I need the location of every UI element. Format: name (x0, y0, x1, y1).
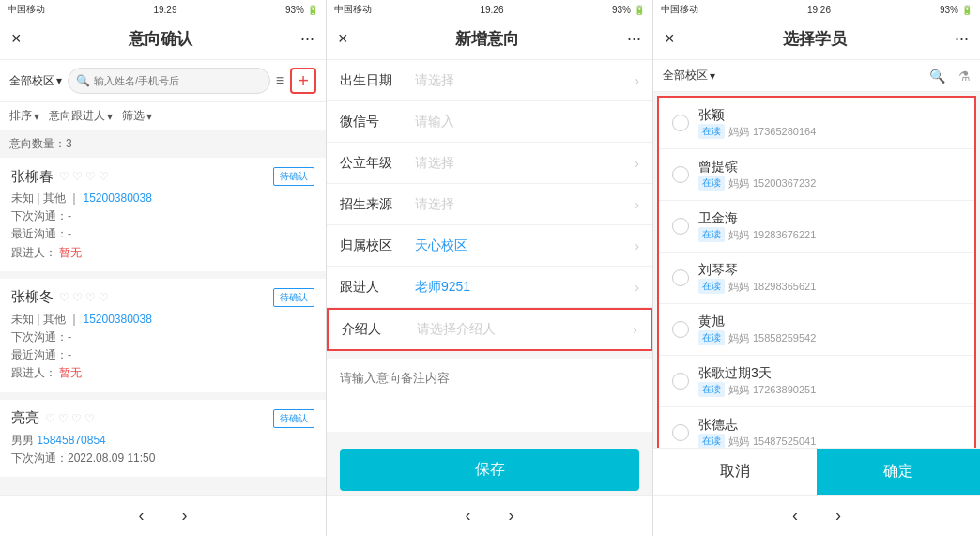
form-row-referrer[interactable]: 介绍人 请选择介绍人 › (327, 308, 652, 351)
battery-3: 93% 🔋 (940, 5, 972, 15)
status-bar-3: 中国移动 19:26 93% 🔋 (653, 0, 980, 19)
form-row-birthdate[interactable]: 出生日期 请选择 › (327, 60, 652, 101)
time-1: 19:29 (153, 5, 176, 15)
search-box-1[interactable]: 🔍 (68, 68, 270, 94)
chevron-down-icon-3: ▾ (710, 69, 715, 83)
student-card-2[interactable]: 卫金海 在读 妈妈 19283676221 (659, 201, 974, 253)
confirm-button[interactable]: 确定 (817, 449, 980, 495)
sort-button[interactable]: 排序 ▾ (9, 108, 39, 124)
chevron-icon-follower: › (635, 280, 639, 295)
bottom-nav-3: ‹ › (653, 495, 980, 536)
chevron-icon-campus: › (635, 238, 639, 253)
form-row-campus[interactable]: 归属校区 天心校区 › (327, 225, 652, 267)
contact-card-1: 张柳冬 ♡♡♡♡ 待确认 未知 | 其他 ｜ 15200380038 下次沟通：… (0, 279, 326, 392)
card-info-1: 未知 | 其他 ｜ 15200380038 (11, 311, 314, 329)
nav-title-3: 选择学员 (783, 28, 847, 50)
count-row: 意向数量：3 (0, 130, 326, 158)
battery-1: 93% 🔋 (285, 5, 318, 15)
back-arrow-2[interactable]: ‹ (466, 506, 471, 526)
cancel-button[interactable]: 取消 (653, 449, 817, 495)
contact-list: 张柳春 ♡♡♡♡ 待确认 未知 | 其他 ｜ 15200380038 下次沟通：… (0, 158, 326, 495)
radio-2[interactable] (672, 218, 689, 235)
back-arrow-1[interactable]: ‹ (139, 506, 145, 526)
battery-2: 93% 🔋 (612, 5, 645, 15)
follow-filter-button[interactable]: 意向跟进人 ▾ (49, 108, 113, 124)
screen-3: 中国移动 19:26 93% 🔋 × 选择学员 ··· 全部校区 ▾ 🔍 ⚗ (653, 0, 980, 536)
carrier-2: 中国移动 (334, 3, 372, 16)
nav-bar-2: × 新增意向 ··· (327, 19, 652, 60)
close-icon-2[interactable]: × (338, 29, 348, 49)
time-2: 19:26 (480, 5, 503, 15)
card-info-2: 男男 15845870854 (11, 432, 314, 450)
card-name-2: 亮亮 (11, 409, 39, 427)
radio-1[interactable] (672, 166, 689, 183)
hearts-1: ♡♡♡♡ (59, 291, 109, 304)
campus-select-1[interactable]: 全部校区 ▾ (9, 73, 62, 89)
radio-6[interactable] (672, 424, 689, 441)
card-info-0: 未知 | 其他 ｜ 15200380038 (11, 190, 314, 207)
chevron-icon-2: ▾ (107, 110, 113, 123)
more-icon-1[interactable]: ··· (300, 29, 314, 49)
screen-2: 中国移动 19:26 93% 🔋 × 新增意向 ··· 出生日期 请选择 › (327, 0, 653, 536)
time-3: 19:26 (807, 5, 831, 15)
filter-icon-3[interactable]: ⚗ (958, 69, 971, 84)
back-arrow-3[interactable]: ‹ (792, 506, 798, 526)
campus-select-3[interactable]: 全部校区 ▾ (663, 68, 715, 84)
save-button[interactable]: 保存 (340, 449, 639, 491)
radio-5[interactable] (672, 373, 689, 390)
search-icon-3[interactable]: 🔍 (929, 69, 945, 84)
more-icon-2[interactable]: ··· (627, 29, 641, 49)
student-card-5[interactable]: 张歌过期3天 在读 妈妈 17263890251 (659, 356, 974, 407)
radio-0[interactable] (672, 115, 689, 131)
card-name-1: 张柳冬 (11, 288, 54, 306)
form-row-source[interactable]: 招生来源 请选择 › (327, 184, 652, 225)
status-bar-1: 中国移动 19:29 93% 🔋 (0, 0, 326, 19)
close-icon-1[interactable]: × (11, 29, 22, 49)
chevron-icon-grade: › (635, 156, 639, 171)
filter-button[interactable]: 筛选 ▾ (122, 108, 152, 124)
action-bar-3: 取消 确定 (653, 448, 980, 495)
chevron-icon-source: › (635, 197, 639, 212)
carrier-1: 中国移动 (8, 3, 45, 16)
card-name-0: 张柳春 (11, 168, 54, 186)
add-button-1[interactable]: + (290, 68, 316, 94)
nav-bar-1: × 意向确认 ··· (0, 19, 326, 60)
nav-bar-3: × 选择学员 ··· (653, 19, 980, 60)
form-row-follower[interactable]: 跟进人 老师9251 › (327, 267, 652, 308)
bottom-nav-1: ‹ › (0, 495, 326, 536)
form-section-2: 出生日期 请选择 › 微信号 请输入 公立年级 请选择 › 招生来源 (327, 60, 652, 351)
student-card-3[interactable]: 刘琴琴 在读 妈妈 18298365621 (659, 253, 974, 304)
radio-4[interactable] (672, 321, 689, 338)
forward-arrow-3[interactable]: › (835, 506, 841, 526)
student-card-6[interactable]: 张德志 在读 妈妈 15487525041 (659, 407, 974, 448)
more-icon-3[interactable]: ··· (955, 29, 969, 49)
toolbar-3: 全部校区 ▾ 🔍 ⚗ (653, 60, 980, 92)
carrier-3: 中国移动 (661, 3, 698, 16)
textarea-section[interactable] (327, 359, 652, 432)
forward-arrow-1[interactable]: › (182, 506, 188, 526)
chevron-icon-referrer: › (633, 322, 637, 337)
student-card-1[interactable]: 曾提镔 在读 妈妈 15200367232 (659, 149, 974, 201)
nav-title-1: 意向确认 (129, 28, 192, 50)
forward-arrow-2[interactable]: › (509, 506, 514, 526)
screen-1: 中国移动 19:29 93% 🔋 × 意向确认 ··· 全部校区 ▾ 🔍 ≡ (0, 0, 327, 536)
student-list-highlight: 张颖 在读 妈妈 17365280164 曾提镔 在读 (657, 96, 976, 448)
chevron-down-icon: ▾ (56, 74, 62, 87)
student-card-4[interactable]: 黄旭 在读 妈妈 15858259542 (659, 304, 974, 356)
form-content-2: 出生日期 请选择 › 微信号 请输入 公立年级 请选择 › 招生来源 (327, 60, 652, 495)
list-filter-icon[interactable]: ≡ (276, 72, 284, 89)
search-input-1[interactable] (94, 75, 262, 86)
hearts-0: ♡♡♡♡ (59, 170, 109, 183)
contact-card-0: 张柳春 ♡♡♡♡ 待确认 未知 | 其他 ｜ 15200380038 下次沟通：… (0, 158, 326, 271)
radio-3[interactable] (672, 269, 689, 286)
close-icon-3[interactable]: × (665, 29, 675, 49)
bottom-nav-2: ‹ › (327, 495, 652, 536)
notes-textarea[interactable] (340, 370, 639, 417)
toolbar-1: 全部校区 ▾ 🔍 ≡ + (0, 60, 326, 102)
form-row-grade[interactable]: 公立年级 请选择 › (327, 143, 652, 184)
status-badge-0: 待确认 (273, 167, 314, 186)
status-badge-1: 待确认 (273, 288, 314, 307)
form-row-wechat[interactable]: 微信号 请输入 (327, 101, 652, 143)
student-card-0[interactable]: 张颖 在读 妈妈 17365280164 (659, 98, 974, 149)
status-badge-2: 待确认 (273, 409, 314, 428)
